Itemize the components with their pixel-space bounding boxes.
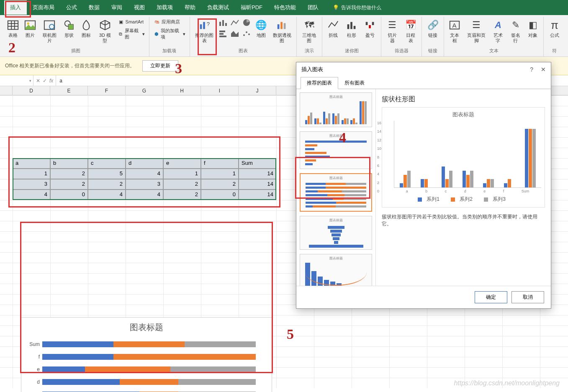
table-cell[interactable]: 4 xyxy=(126,169,163,179)
dialog-tabs: 推荐的图表 所有图表 xyxy=(296,77,551,89)
table-header[interactable]: f xyxy=(201,158,239,169)
area-chart-icon[interactable] xyxy=(229,28,240,38)
online-pictures-button[interactable]: 联机图片 xyxy=(39,18,59,44)
tell-me-search[interactable]: 💡 告诉我你想做什么 xyxy=(333,4,381,11)
table-cell[interactable]: 2 xyxy=(201,179,239,190)
slicer-button[interactable]: ☰切片器 xyxy=(384,18,401,44)
thumb-pareto[interactable]: 图表标题 xyxy=(300,254,372,286)
tab-special[interactable]: 特色功能 xyxy=(268,0,302,15)
tab-recommended-charts[interactable]: 推荐的图表 xyxy=(301,77,338,89)
table-header[interactable]: a xyxy=(13,158,50,169)
col-header-g[interactable]: G xyxy=(126,86,163,95)
dialog-help-icon[interactable]: ? xyxy=(530,66,533,73)
icons-button[interactable]: 图标 xyxy=(79,18,94,39)
table-cell[interactable]: 4 xyxy=(13,190,50,200)
tab-foxit[interactable]: 福昕PDF xyxy=(235,0,268,15)
col-header-i[interactable]: I xyxy=(201,86,239,95)
table-header[interactable]: e xyxy=(163,158,201,169)
update-now-button[interactable]: 立即更新 xyxy=(142,60,178,72)
table-cell[interactable]: 2 xyxy=(50,169,88,179)
my-addins-button[interactable]: ⬢我的加载项 ▾ xyxy=(152,27,188,41)
col-header-j[interactable]: J xyxy=(239,86,276,95)
table-cell[interactable]: 1 xyxy=(13,169,50,179)
shapes-button[interactable]: 形状 xyxy=(62,18,77,39)
table-cell[interactable]: 5 xyxy=(88,169,126,179)
table-cell[interactable]: 2 xyxy=(50,179,88,190)
tab-review[interactable]: 审阅 xyxy=(105,0,128,15)
3d-models-button[interactable]: 3D 模型 xyxy=(96,18,114,44)
table-button[interactable]: 表格 xyxy=(5,18,21,39)
thumb-bar[interactable]: 图表标题 xyxy=(300,131,372,169)
bar-chart-icon[interactable] xyxy=(218,28,229,38)
line-chart-icon[interactable] xyxy=(229,18,240,28)
table-cell[interactable]: 0 xyxy=(201,190,239,200)
pivot-chart-button[interactable]: 数据透视图 xyxy=(270,18,294,44)
table-cell[interactable]: 14 xyxy=(239,190,276,200)
tab-data[interactable]: 数据 xyxy=(83,0,105,15)
tab-addins[interactable]: 加载项 xyxy=(151,0,179,15)
table-cell[interactable]: 14 xyxy=(239,179,276,190)
cancel-button[interactable]: 取消 xyxy=(511,291,544,303)
table-cell[interactable]: 3 xyxy=(13,179,50,190)
tab-insert[interactable]: 插入 xyxy=(4,0,27,15)
sparkline-column-button[interactable]: 柱形 xyxy=(343,18,360,39)
thumb-funnel[interactable]: 图表标题 xyxy=(300,216,372,250)
tab-view[interactable]: 视图 xyxy=(128,0,151,15)
data-range[interactable]: a b c d e f Sum 1 2 5 4 1 1 14 3 2 2 3 2… xyxy=(13,158,276,200)
thumb-stacked-bar-100[interactable]: 图表标题 xyxy=(300,173,372,212)
textbox-button[interactable]: A文本框 xyxy=(447,18,463,44)
table-cell[interactable]: 1 xyxy=(201,169,239,179)
enter-formula-icon[interactable]: ✓ xyxy=(43,78,47,84)
tab-formulas[interactable]: 公式 xyxy=(60,0,83,15)
table-header[interactable]: Sum xyxy=(239,158,276,169)
sparkline-winloss-button[interactable]: 盈亏 xyxy=(362,18,378,39)
table-cell[interactable]: 0 xyxy=(50,190,88,200)
col-header-d[interactable]: D xyxy=(13,86,50,95)
tab-all-charts[interactable]: 所有图表 xyxy=(338,77,371,89)
dialog-close-icon[interactable]: ✕ xyxy=(541,66,546,73)
table-cell[interactable]: 2 xyxy=(163,190,201,200)
screenshot-button[interactable]: ⧉屏幕截图 ▾ xyxy=(116,27,146,41)
table-cell[interactable]: 3 xyxy=(126,179,163,190)
recommended-charts-button[interactable]: ?推荐的图表 xyxy=(193,18,216,44)
table-header[interactable]: c xyxy=(88,158,126,169)
col-header-h[interactable]: H xyxy=(163,86,201,95)
tab-loadtest[interactable]: 负载测试 xyxy=(201,0,235,15)
object-button[interactable]: ◧对象 xyxy=(525,18,541,39)
smartart-button[interactable]: ▣SmartArt xyxy=(116,18,146,26)
sparkline-line-button[interactable]: 折线 xyxy=(325,18,342,39)
name-box[interactable] xyxy=(0,75,33,86)
table-cell[interactable]: 4 xyxy=(126,190,163,200)
timeline-button[interactable]: 📅日程表 xyxy=(402,18,419,44)
scatter-chart-icon[interactable] xyxy=(241,28,252,38)
cancel-formula-icon[interactable]: ✕ xyxy=(36,78,40,84)
embedded-chart[interactable]: 图表标题 Sumfedcba 0% 20% 40% 60% 80% 100% 系… xyxy=(21,317,272,392)
table-cell[interactable]: 2 xyxy=(88,179,126,190)
chart-thumbnails[interactable]: 图表标题 图表标题 xyxy=(296,89,376,286)
table-cell[interactable]: 4 xyxy=(88,190,126,200)
table-cell[interactable]: 1 xyxy=(163,169,201,179)
tab-page-layout[interactable]: 页面布局 xyxy=(27,0,60,15)
link-button[interactable]: 🔗链接 xyxy=(424,18,441,39)
table-cell[interactable]: 14 xyxy=(239,169,276,179)
fx-icon[interactable]: fx xyxy=(49,78,53,84)
app-store-button[interactable]: 🛍应用商店 xyxy=(152,18,188,26)
table-header[interactable]: d xyxy=(126,158,163,169)
column-chart-icon[interactable] xyxy=(218,18,229,28)
tab-team[interactable]: 团队 xyxy=(302,0,324,15)
tab-help[interactable]: 帮助 xyxy=(179,0,201,15)
ok-button[interactable]: 确定 xyxy=(475,291,507,303)
signature-button[interactable]: ✎签名行 xyxy=(508,18,524,44)
pictures-button[interactable]: 图片 xyxy=(22,18,38,39)
thumb-clustered-column[interactable]: 图表标题 xyxy=(300,92,372,127)
table-cell[interactable]: 2 xyxy=(163,179,201,190)
col-header-e[interactable]: E xyxy=(50,86,88,95)
pie-chart-icon[interactable] xyxy=(241,18,252,28)
wordart-button[interactable]: A艺术字 xyxy=(490,18,506,44)
header-footer-button[interactable]: ☰页眉和页脚 xyxy=(464,18,488,44)
col-header-f[interactable]: F xyxy=(88,86,126,95)
3d-map-button[interactable]: 🗺三维地图 xyxy=(299,18,319,44)
maps-button[interactable]: 🌐地图 xyxy=(254,18,269,39)
table-header[interactable]: b xyxy=(50,158,88,169)
equation-button[interactable]: π公式 xyxy=(546,18,563,39)
